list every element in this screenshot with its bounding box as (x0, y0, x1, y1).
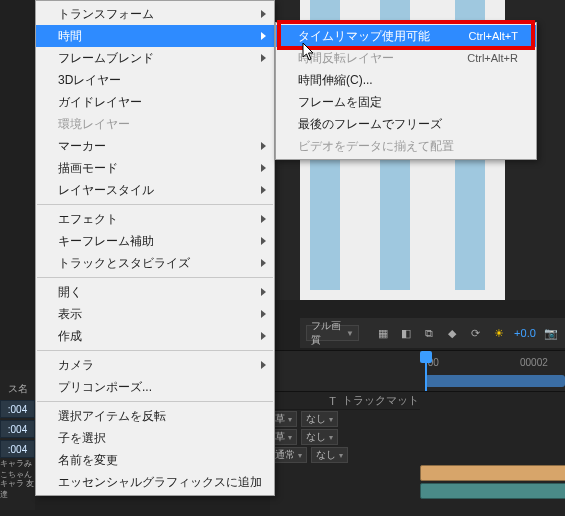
submenu-arrow-icon (261, 288, 266, 296)
menu-item[interactable]: カメラ (36, 354, 274, 376)
work-area-range[interactable] (425, 375, 565, 387)
menu-item[interactable]: エフェクト (36, 208, 274, 230)
submenu-item: ビデオをデータに揃えて配置 (276, 135, 536, 157)
menu-item[interactable]: マーカー (36, 135, 274, 157)
menu-item[interactable]: 時間 (36, 25, 274, 47)
track-matte-header: トラックマット (340, 393, 420, 408)
source-name-header: ス名 (0, 380, 35, 398)
track-matte-select[interactable]: なし▾ (311, 447, 348, 463)
submenu-arrow-icon (261, 10, 266, 18)
menu-item[interactable]: 開く (36, 281, 274, 303)
exposure-value[interactable]: +0.0 (514, 327, 536, 339)
time-ruler[interactable]: :00 00002 00004 0 (270, 350, 565, 392)
menu-item[interactable]: トラックとスタビライズ (36, 252, 274, 274)
region-of-interest-icon[interactable]: ⧉ (421, 324, 436, 342)
quality-label: フル画質 (311, 319, 343, 347)
chevron-down-icon: ▾ (329, 415, 333, 424)
layer-thumb[interactable]: :004 (0, 400, 35, 418)
menu-item[interactable]: 作成 (36, 325, 274, 347)
menu-item[interactable]: 3Dレイヤー (36, 69, 274, 91)
blend-mode-select[interactable]: 通常▾ (270, 447, 307, 463)
layer-name[interactable]: キャラみこちゃん (0, 460, 35, 478)
ruler-tick: 00002 (520, 357, 548, 368)
menu-item[interactable]: レイヤースタイル (36, 179, 274, 201)
chevron-down-icon: ▼ (346, 329, 354, 338)
mask-visibility-icon[interactable]: ◧ (398, 324, 413, 342)
chevron-down-icon: ▾ (288, 433, 292, 442)
snapshot-icon[interactable]: 📷 (544, 324, 559, 342)
submenu-arrow-icon (261, 332, 266, 340)
time-submenu: タイムリマップ使用可能Ctrl+Alt+T時間反転レイヤーCtrl+Alt+R時… (275, 22, 537, 160)
menu-shortcut: Ctrl+Alt+T (468, 30, 518, 42)
submenu-arrow-icon (261, 259, 266, 267)
submenu-arrow-icon (261, 215, 266, 223)
menu-item[interactable]: 名前を変更 (36, 449, 274, 471)
quality-select[interactable]: フル画質 ▼ (306, 325, 359, 341)
menu-shortcut: Ctrl+Alt+R (467, 52, 518, 64)
track-matte-select[interactable]: なし▾ (301, 429, 338, 445)
timeline-clips (420, 410, 555, 500)
submenu-item: 時間反転レイヤーCtrl+Alt+R (276, 47, 536, 69)
submenu-arrow-icon (261, 361, 266, 369)
chevron-down-icon: ▾ (329, 433, 333, 442)
exposure-icon[interactable]: ☀ (491, 324, 506, 342)
channel-icon[interactable]: ◆ (445, 324, 460, 342)
menu-item: 環境レイヤー (36, 113, 274, 135)
menu-item[interactable]: フレームブレンド (36, 47, 274, 69)
viewer-toolbar: フル画質 ▼ ▦ ◧ ⧉ ◆ ⟳ ☀ +0.0 📷 (300, 318, 565, 348)
submenu-arrow-icon (261, 310, 266, 318)
source-name-column: ス名 :004 :004 :004 キャラみこちゃん キャラ 友達 (0, 370, 35, 510)
submenu-arrow-icon (261, 164, 266, 172)
menu-item[interactable]: ガイドレイヤー (36, 91, 274, 113)
menu-item[interactable]: 子を選択 (36, 427, 274, 449)
chevron-down-icon: ▾ (288, 415, 292, 424)
layer-thumb[interactable]: :004 (0, 420, 35, 438)
submenu-item[interactable]: フレームを固定 (276, 91, 536, 113)
track-columns: T トラックマット 草▾ なし▾ 草▾ なし▾ 通常▾ なし▾ (270, 392, 420, 512)
submenu-arrow-icon (261, 186, 266, 194)
submenu-arrow-icon (261, 32, 266, 40)
chevron-down-icon: ▾ (298, 451, 302, 460)
menu-item[interactable]: プリコンポーズ... (36, 376, 274, 398)
menu-item[interactable]: 描画モード (36, 157, 274, 179)
menu-item[interactable]: 表示 (36, 303, 274, 325)
work-area-bar[interactable] (425, 375, 553, 387)
layer-thumb[interactable]: :004 (0, 440, 35, 458)
t-column-label: T (270, 395, 340, 407)
submenu-item[interactable]: タイムリマップ使用可能Ctrl+Alt+T (276, 25, 536, 47)
menu-item[interactable]: トランスフォーム (36, 3, 274, 25)
layer-context-menu: トランスフォーム時間フレームブレンド3Dレイヤーガイドレイヤー環境レイヤーマーカ… (35, 0, 275, 496)
layer-name[interactable]: キャラ 友達 (0, 480, 35, 498)
submenu-item[interactable]: 最後のフレームでフリーズ (276, 113, 536, 135)
submenu-arrow-icon (261, 54, 266, 62)
submenu-item[interactable]: 時間伸縮(C)... (276, 69, 536, 91)
menu-item[interactable]: キーフレーム補助 (36, 230, 274, 252)
layer-bar[interactable] (420, 465, 565, 481)
menu-item[interactable]: エッセンシャルグラフィックスに追加 (36, 471, 274, 493)
chevron-down-icon: ▾ (339, 451, 343, 460)
track-matte-select[interactable]: なし▾ (301, 411, 338, 427)
playhead[interactable] (425, 351, 427, 391)
layer-bar[interactable] (420, 483, 565, 499)
transparency-grid-icon[interactable]: ▦ (375, 324, 390, 342)
reset-exposure-icon[interactable]: ⟳ (468, 324, 483, 342)
menu-item[interactable]: 選択アイテムを反転 (36, 405, 274, 427)
submenu-arrow-icon (261, 142, 266, 150)
submenu-arrow-icon (261, 237, 266, 245)
